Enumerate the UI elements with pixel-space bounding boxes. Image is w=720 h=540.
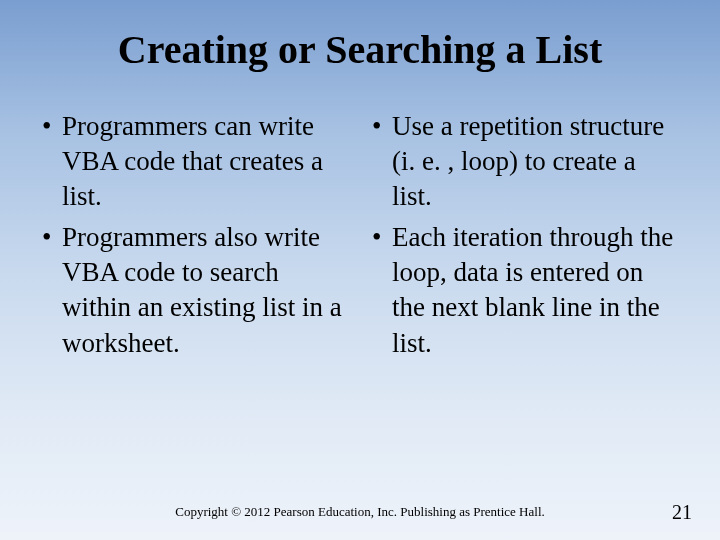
list-item: • Use a repetition structure (i. e. , lo… [370,109,680,214]
list-item: • Programmers also write VBA code to sea… [40,220,350,360]
bullet-text: Programmers also write VBA code to searc… [62,220,350,360]
left-column: • Programmers can write VBA code that cr… [40,109,350,367]
bullet-text: Programmers can write VBA code that crea… [62,109,350,214]
right-column: • Use a repetition structure (i. e. , lo… [370,109,680,367]
bullet-icon: • [40,220,62,255]
page-number: 21 [672,501,692,524]
slide: Creating or Searching a List • Programme… [0,0,720,540]
slide-title: Creating or Searching a List [40,26,680,73]
list-item: • Programmers can write VBA code that cr… [40,109,350,214]
bullet-icon: • [370,220,392,255]
bullet-icon: • [370,109,392,144]
bullet-text: Each iteration through the loop, data is… [392,220,680,360]
content-columns: • Programmers can write VBA code that cr… [40,109,680,367]
bullet-text: Use a repetition structure (i. e. , loop… [392,109,680,214]
list-item: • Each iteration through the loop, data … [370,220,680,360]
copyright-footer: Copyright © 2012 Pearson Education, Inc.… [0,504,720,520]
bullet-icon: • [40,109,62,144]
